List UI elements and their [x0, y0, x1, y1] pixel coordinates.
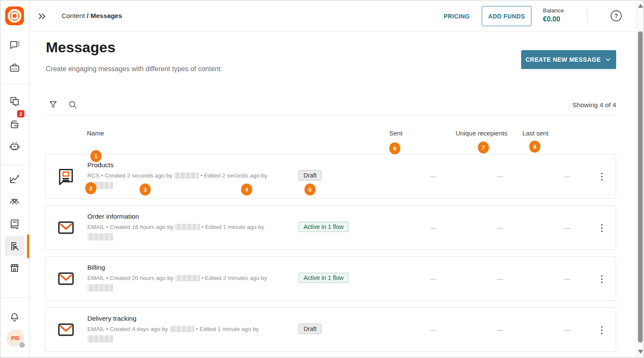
conversations-icon [9, 96, 20, 107]
chat-menu-icon [9, 39, 20, 51]
message-name[interactable]: Products [87, 161, 113, 169]
sidebar-item-catalog[interactable] [9, 218, 20, 229]
sidebar-divider [0, 297, 29, 298]
sidebar-item-channels[interactable] [9, 39, 20, 51]
topbar-vertical-divider [587, 8, 588, 24]
status-badge-wrap: Draft [298, 170, 322, 181]
sidebar-item-people[interactable] [9, 196, 20, 207]
unique-recipients-value: — [497, 275, 503, 282]
meta-edited: • Edited 1 minute ago by [196, 326, 259, 332]
meta-created: EMAIL • Created 4 days ago by [87, 326, 168, 332]
topbar-divider [29, 31, 636, 31]
table-row[interactable]: Delivery tracking EMAIL • Created 4 days… [45, 307, 616, 352]
analytics-icon [9, 174, 20, 185]
sidebar-expand-button[interactable] [38, 12, 47, 21]
scrollbar-down-arrow[interactable] [638, 350, 643, 354]
inbox-drafts-icon [9, 119, 20, 130]
email-message-icon [57, 269, 75, 288]
table-row[interactable]: Order information EMAIL • Created 16 hou… [45, 205, 616, 250]
filter-button[interactable] [48, 100, 58, 109]
sidebar-item-developer-tools[interactable]: </> [9, 62, 20, 73]
breadcrumb-separator: / [87, 12, 89, 19]
status-badge: Draft [298, 170, 322, 181]
balance-value: €0.00 [543, 15, 560, 23]
meta-edited: • Edited 2 seconds ago by [200, 172, 267, 179]
last-sent-value: — [564, 224, 570, 231]
sent-value: — [430, 326, 436, 333]
sidebar-item-conversations[interactable] [9, 96, 20, 107]
sidebar: </> 2 [0, 0, 30, 358]
column-header-name: Name [87, 129, 104, 137]
app-window: </> 2 [0, 0, 644, 358]
create-new-message-button[interactable]: CREATE NEW MESSAGE [521, 50, 616, 69]
annotation-marker-2: 2 [85, 182, 96, 194]
annotation-marker-5: 5 [304, 184, 316, 196]
page-subtitle: Create engaging messages with different … [46, 65, 222, 73]
status-badge-wrap: Active in 1 flow [298, 222, 349, 232]
svg-text:</>: </> [12, 67, 18, 71]
message-meta-line2 [87, 284, 113, 292]
chevron-down-icon [604, 56, 612, 63]
kebab-icon [601, 326, 603, 334]
last-sent-value: — [564, 173, 570, 180]
annotation-marker-8: 8 [529, 141, 540, 153]
row-menu-button[interactable] [597, 222, 606, 234]
breadcrumb-section[interactable]: Content [62, 12, 85, 19]
redacted-username [170, 326, 194, 332]
redacted-username [175, 224, 200, 230]
meta-created: EMAIL • Created 20 hours ago by [87, 275, 173, 281]
filter-icon [48, 100, 58, 109]
meta-created: EMAIL • Created 16 hours ago by [87, 224, 173, 230]
message-meta-line2 [87, 233, 113, 241]
column-header-unique-recipients: Unique recepients [456, 129, 507, 137]
scrollbar-up-arrow[interactable] [638, 4, 643, 8]
annotation-marker-4: 4 [241, 184, 252, 196]
table-row[interactable]: Billing EMAIL • Created 20 hours ago by … [45, 256, 616, 301]
message-meta: EMAIL • Created 16 hours ago by • Edited… [87, 224, 264, 230]
table-row[interactable]: Products RCS • Created 2 seconds ago by … [45, 154, 616, 199]
sidebar-item-analytics[interactable] [9, 174, 20, 185]
sidebar-item-chatbot[interactable] [9, 141, 20, 152]
sidebar-item-notifications[interactable] [9, 312, 20, 323]
row-menu-button[interactable] [597, 171, 606, 183]
add-funds-button[interactable]: ADD FUNDS [482, 6, 531, 26]
breadcrumb: Content / Messages [62, 12, 122, 20]
scrollbar-thumb[interactable] [638, 31, 643, 343]
kebab-icon [601, 172, 603, 181]
infobip-logo[interactable] [5, 6, 24, 26]
row-menu-button[interactable] [597, 324, 606, 336]
message-name[interactable]: Billing [87, 264, 105, 271]
search-button[interactable] [68, 100, 78, 109]
annotation-marker-3: 3 [140, 184, 151, 196]
svg-text:?: ? [614, 12, 618, 19]
message-name[interactable]: Order information [87, 213, 139, 220]
sidebar-item-exchange[interactable] [9, 262, 20, 274]
column-header-sent: Sent [389, 129, 402, 137]
kebab-icon [601, 224, 603, 232]
pricing-link[interactable]: PRICING [444, 13, 470, 20]
showing-count: Showing 4 of 4 [552, 101, 616, 109]
chatbot-icon [9, 141, 20, 152]
message-meta: RCS • Created 2 seconds ago by • Edited … [87, 172, 267, 179]
avatar-status-dot [18, 341, 26, 349]
redacted-username [175, 275, 200, 281]
message-name[interactable]: Delivery tracking [87, 315, 137, 322]
content-icon [9, 241, 20, 252]
logo-icon [5, 6, 24, 26]
row-menu-button[interactable] [597, 273, 606, 285]
sent-value: — [430, 173, 436, 180]
sidebar-item-content[interactable] [9, 241, 20, 252]
sent-value: — [430, 224, 436, 231]
annotation-marker-6: 6 [389, 142, 400, 154]
add-funds-label: ADD FUNDS [488, 13, 525, 20]
sent-value: — [430, 275, 436, 282]
redacted-username [87, 335, 113, 343]
sidebar-item-inbox[interactable] [9, 119, 20, 130]
help-button[interactable]: ? [610, 10, 622, 22]
bell-icon [9, 312, 20, 323]
list-divider [46, 115, 616, 115]
last-sent-value: — [564, 326, 570, 333]
breadcrumb-page: Messages [90, 12, 122, 19]
last-sent-value: — [564, 275, 570, 282]
double-chevron-right-icon [38, 12, 47, 21]
